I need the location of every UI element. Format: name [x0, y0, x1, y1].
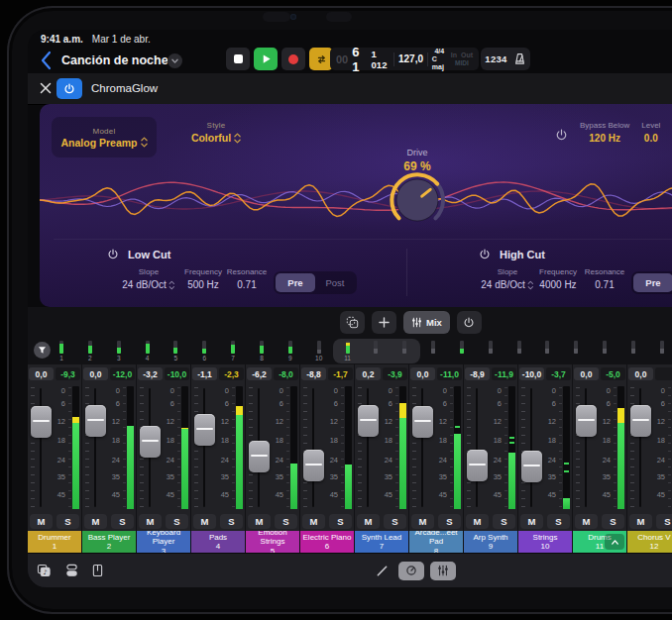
channel-strip-11[interactable]: 0,0-5,0061218243545MSDrums11 [573, 364, 626, 553]
mute-button[interactable]: M [466, 514, 489, 529]
channel-name-label[interactable]: Emotion Strings5 [246, 531, 299, 553]
close-plugin-button[interactable] [40, 82, 52, 94]
drive-knob[interactable] [386, 168, 449, 232]
collapse-chevron-button[interactable] [605, 534, 624, 550]
channel-name-label[interactable]: Arcade...eet Pad8 [409, 531, 463, 553]
mute-button[interactable]: M [411, 514, 434, 529]
channel-strip-12[interactable]: 0,0061218243545MSChorus V12 [627, 364, 672, 553]
level-control[interactable]: Level 0.0 [641, 121, 660, 144]
cycle-region-button[interactable] [340, 311, 365, 334]
mute-button[interactable]: M [248, 514, 271, 529]
solo-button[interactable]: S [56, 514, 79, 529]
channel-name-label[interactable]: Pads4 [191, 531, 245, 553]
bypass-below-control[interactable]: Bypass Below 120 Hz [580, 121, 629, 144]
channel-volume-value[interactable]: -6,2 [247, 367, 272, 380]
pre-option[interactable]: Pre [633, 273, 672, 292]
solo-button[interactable]: S [493, 514, 515, 529]
fader-handle[interactable] [630, 405, 651, 437]
solo-button[interactable]: S [656, 514, 672, 529]
channel-name-label[interactable]: Synth Lead7 [355, 531, 408, 553]
high-cut-frequency[interactable]: Frequency 4000 Hz [539, 267, 577, 290]
record-button[interactable] [281, 48, 305, 70]
mute-button[interactable]: M [302, 514, 325, 529]
pre-option[interactable]: Pre [276, 273, 315, 292]
mix-view-button[interactable]: Mix [403, 311, 450, 334]
channel-name-label[interactable]: Arp Synth9 [464, 531, 517, 553]
channel-name-label[interactable]: Electric Piano6 [300, 531, 354, 553]
count-in-button[interactable]: 1234 [485, 53, 506, 64]
fader-handle[interactable] [358, 405, 379, 437]
low-cut-frequency[interactable]: Frequency 500 Hz [184, 267, 222, 290]
channel-name-label[interactable]: Strings10 [518, 531, 572, 553]
solo-button[interactable]: S [384, 514, 406, 529]
fader-handle[interactable] [576, 405, 597, 437]
channel-volume-value[interactable]: -1,1 [192, 367, 217, 380]
song-menu-button[interactable] [168, 53, 182, 68]
channel-strip-6[interactable]: -8,8-1,7061218243545MSElectric Piano6 [300, 364, 354, 553]
model-select[interactable]: Model Analog Preamp [52, 117, 157, 157]
channel-name-label[interactable]: Bass Player2 [82, 531, 136, 553]
channel-name-label[interactable]: Drummer1 [28, 531, 81, 553]
channel-strip-5[interactable]: -6,2-8,0061218243545MSEmotion Strings5 [246, 364, 299, 553]
post-option[interactable]: Post [315, 273, 355, 292]
channel-strip-2[interactable]: 0,0-12,0061218243545MSBass Player2 [82, 364, 136, 553]
solo-button[interactable]: S [166, 514, 188, 529]
channel-strip-7[interactable]: 0,2-3,9061218243545MSSynth Lead7 [355, 364, 408, 553]
channel-strip-8[interactable]: 0,0-11,0061218243545MSArcade...eet Pad8 [409, 364, 463, 553]
bypass-power-icon[interactable] [555, 129, 568, 142]
song-title[interactable]: Canción de noche [61, 53, 168, 67]
mute-button[interactable]: M [193, 514, 216, 529]
channel-strip-4[interactable]: -1,1-2,3061218243545MSPads4 [191, 364, 245, 553]
play-button[interactable] [254, 48, 278, 70]
fader-handle[interactable] [249, 441, 270, 472]
mute-button[interactable]: M [629, 514, 652, 529]
fader-handle[interactable] [194, 414, 215, 446]
channel-name-label[interactable]: Keyboard Player3 [137, 531, 190, 553]
plugin-power-button[interactable] [56, 78, 82, 99]
channel-name-label[interactable]: Drums11 [573, 531, 626, 553]
mixer-view-button[interactable] [430, 562, 456, 580]
channel-strip-10[interactable]: -10,0-3,7061218243545MSStrings10 [518, 364, 572, 553]
solo-button[interactable]: S [547, 514, 570, 529]
high-cut-resonance[interactable]: Resonance 0.71 [585, 267, 624, 290]
high-cut-power-icon[interactable] [479, 249, 491, 260]
solo-button[interactable]: S [111, 514, 134, 529]
solo-button[interactable]: S [220, 514, 243, 529]
channel-volume-value[interactable]: 0,0 [29, 367, 54, 380]
fader-handle[interactable] [140, 426, 161, 458]
mute-button[interactable]: M [357, 514, 380, 529]
metronome-icon[interactable] [513, 52, 526, 65]
channel-volume-value[interactable]: 0,0 [83, 367, 108, 380]
channel-volume-value[interactable]: 0,0 [574, 367, 599, 380]
solo-button[interactable]: S [602, 514, 624, 529]
solo-button[interactable]: S [329, 514, 352, 529]
lcd-display[interactable]: 00 6 1 1 012 127,0 4/4 C maj In Out MIDI [330, 48, 479, 70]
channel-volume-value[interactable]: -8,8 [301, 367, 326, 380]
solo-button[interactable]: S [275, 514, 297, 529]
channel-volume-value[interactable]: -8,9 [465, 367, 490, 380]
stop-button[interactable] [226, 48, 250, 70]
mute-button[interactable]: M [139, 514, 162, 529]
fader-handle[interactable] [412, 406, 433, 438]
channel-strip-9[interactable]: -8,9-11,9061218243545MSArp Synth9 [464, 364, 517, 553]
high-cut-slope[interactable]: Slope 24 dB/Oct [481, 267, 533, 290]
fader-handle[interactable] [521, 451, 542, 482]
channel-volume-value[interactable]: 0,0 [628, 367, 653, 380]
mute-button[interactable]: M [84, 514, 107, 529]
fader-handle[interactable] [303, 450, 324, 481]
fader-handle[interactable] [85, 405, 106, 437]
mute-button[interactable]: M [575, 514, 598, 529]
style-select[interactable]: Style Colorful [170, 121, 262, 144]
fader-handle[interactable] [31, 406, 52, 438]
plugins-browser-icon[interactable] [65, 564, 78, 577]
channel-volume-value[interactable]: -10,0 [519, 367, 544, 380]
channel-volume-value[interactable]: 0,2 [356, 367, 381, 380]
mute-button[interactable]: M [30, 514, 53, 529]
mute-button[interactable]: M [520, 514, 543, 529]
channel-strip-1[interactable]: 0,0-9,3061218243545MSDrummer1 [28, 364, 81, 553]
channel-volume-value[interactable]: 0,0 [410, 367, 435, 380]
mixer-power-button[interactable] [457, 311, 482, 334]
channel-volume-value[interactable]: -3,2 [138, 367, 163, 380]
low-cut-power-icon[interactable] [107, 249, 119, 260]
pencil-icon[interactable] [376, 565, 389, 577]
